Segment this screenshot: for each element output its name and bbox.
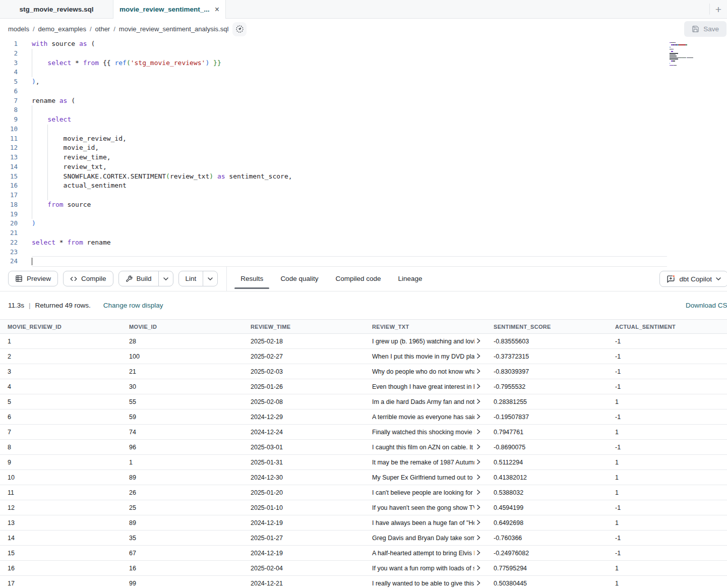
code-line[interactable]: 10 xyxy=(0,125,667,134)
code-line[interactable]: 11 movie_review_id, xyxy=(0,134,667,144)
chevron-right-icon[interactable] xyxy=(476,429,480,435)
code-line[interactable]: 22select * from rename xyxy=(0,238,667,248)
cell-movie-id: 89 xyxy=(122,474,243,481)
compass-icon[interactable] xyxy=(232,22,247,36)
chevron-right-icon[interactable] xyxy=(476,474,480,480)
close-icon[interactable]: × xyxy=(215,6,219,14)
table-row: 4 30 2025-01-26 Even though I have great… xyxy=(0,379,727,394)
code-line[interactable]: 15 SNOWFLAKE.CORTEX.SENTIMENT(review_txt… xyxy=(0,172,667,182)
dbt-copilot-button[interactable]: dbt Copilot xyxy=(659,271,727,287)
indent-guide xyxy=(32,153,32,162)
line-number: 9 xyxy=(0,115,18,125)
code-line[interactable]: 5), xyxy=(0,77,667,87)
cell-movie-id: 1 xyxy=(122,459,243,466)
chevron-right-icon[interactable] xyxy=(476,368,480,374)
tab-movie-review-sentiment[interactable]: movie_review_sentiment_... × xyxy=(113,0,226,19)
chevron-right-icon[interactable] xyxy=(476,444,480,450)
build-split-button: Build xyxy=(118,271,173,286)
code-line[interactable]: 7rename as ( xyxy=(0,96,667,106)
code-line[interactable]: 3 select * from {{ ref('stg_movie_review… xyxy=(0,58,667,68)
cell-actual-sentiment: 1 xyxy=(608,474,727,481)
cell-review-time: 2024-12-24 xyxy=(243,429,365,436)
tab-label: Lineage xyxy=(398,275,422,282)
cell-movie-review-id: 16 xyxy=(0,565,122,572)
code-line[interactable]: 14 review_txt, xyxy=(0,162,667,172)
code-line[interactable]: 2 xyxy=(0,49,667,58)
lint-dropdown-button[interactable] xyxy=(203,271,217,286)
code-line[interactable]: 13 review_time, xyxy=(0,153,667,162)
cell-sentiment-score: -0.83039397 xyxy=(486,368,608,375)
cell-review-txt: Even though I have great interest in Bi… xyxy=(365,383,486,390)
code-line[interactable]: 6 xyxy=(0,87,667,96)
cell-actual-sentiment: 1 xyxy=(608,519,727,526)
toolbar-divider xyxy=(226,266,227,291)
tab-lineage[interactable]: Lineage xyxy=(398,266,422,291)
chevron-right-icon[interactable] xyxy=(476,414,480,420)
code-line[interactable]: 23 xyxy=(0,248,667,257)
chevron-right-icon[interactable] xyxy=(476,383,480,389)
code-line[interactable]: 19 xyxy=(0,210,667,219)
chevron-right-icon[interactable] xyxy=(476,519,480,525)
plus-icon[interactable]: + xyxy=(710,4,727,15)
chevron-right-icon[interactable] xyxy=(476,565,480,571)
code-area[interactable]: 1with source as (23 select * from {{ ref… xyxy=(0,39,667,266)
code-line[interactable]: 9 select xyxy=(0,115,667,125)
cell-review-txt: Im a die hard Dads Army fan and nothi… xyxy=(365,398,486,405)
preview-button[interactable]: Preview xyxy=(8,271,58,286)
cell-movie-review-id: 7 xyxy=(0,429,122,436)
chevron-right-icon[interactable] xyxy=(476,459,480,465)
download-csv-link[interactable]: Download CSV xyxy=(686,302,727,309)
chevron-right-icon[interactable] xyxy=(476,535,480,541)
cell-review-time: 2025-01-20 xyxy=(243,489,365,496)
cell-movie-review-id: 9 xyxy=(0,459,122,466)
code-line[interactable]: 21 xyxy=(0,228,667,238)
rows-returned: Returned 49 rows. xyxy=(35,302,91,309)
preview-label: Preview xyxy=(27,275,51,282)
cell-review-time: 2025-02-03 xyxy=(243,368,365,375)
table-row: 12 25 2025-01-10 If you haven't seen the… xyxy=(0,500,727,515)
editor-minimap[interactable] xyxy=(669,40,706,70)
chevron-down-icon xyxy=(716,277,721,280)
code-line[interactable]: 12 movie_id, xyxy=(0,143,667,153)
cell-movie-review-id: 10 xyxy=(0,474,122,481)
table-row: 15 67 2024-12-19 A half-hearted attempt … xyxy=(0,546,727,561)
build-button[interactable]: Build xyxy=(119,271,158,286)
cell-actual-sentiment: 1 xyxy=(608,459,727,466)
indent-guide xyxy=(32,181,32,191)
code-line[interactable]: 24 xyxy=(0,257,667,266)
chevron-right-icon[interactable] xyxy=(476,580,480,586)
code-line[interactable]: 16 actual_sentiment xyxy=(0,181,667,191)
chevron-right-icon[interactable] xyxy=(476,338,480,344)
cell-sentiment-score: -0.37372315 xyxy=(486,353,608,360)
code-line[interactable]: 8 xyxy=(0,105,667,115)
code-line[interactable]: 20) xyxy=(0,219,667,228)
code-line[interactable]: 4 xyxy=(0,68,667,77)
sql-code-editor[interactable]: 1with source as (23 select * from {{ ref… xyxy=(0,39,727,266)
indent-guide xyxy=(32,115,32,125)
code-line[interactable]: 17 xyxy=(0,191,667,200)
table-row: 9 1 2025-01-31 It may be the remake of 1… xyxy=(0,455,727,470)
cell-review-txt: My Super Ex Girlfriend turned out to b… xyxy=(365,474,486,481)
tab-results[interactable]: Results xyxy=(240,266,263,291)
code-line[interactable]: 1with source as ( xyxy=(0,39,667,49)
chevron-right-icon[interactable] xyxy=(476,353,480,359)
tab-compiled-code[interactable]: Compiled code xyxy=(335,266,381,291)
lint-button[interactable]: Lint xyxy=(179,271,203,286)
chevron-down-icon xyxy=(163,277,168,280)
code-line[interactable]: 18 from source xyxy=(0,200,667,210)
line-number: 23 xyxy=(0,248,18,257)
tab-code-quality[interactable]: Code quality xyxy=(280,266,318,291)
cell-review-time: 2024-12-19 xyxy=(243,550,365,557)
compile-button[interactable]: Compile xyxy=(63,271,113,286)
indent-guide xyxy=(32,162,32,172)
save-button[interactable]: Save xyxy=(684,21,726,37)
chevron-right-icon[interactable] xyxy=(476,550,480,556)
cell-sentiment-score: -0.7955532 xyxy=(486,383,608,390)
cell-sentiment-score: -0.83555603 xyxy=(486,338,608,345)
chevron-right-icon[interactable] xyxy=(476,398,480,404)
chevron-right-icon[interactable] xyxy=(476,504,480,510)
change-row-display-link[interactable]: Change row display xyxy=(103,302,163,309)
build-dropdown-button[interactable] xyxy=(158,271,173,286)
tab-stg-movie-reviews[interactable]: stg_movie_reviews.sql xyxy=(0,0,113,18)
chevron-right-icon[interactable] xyxy=(476,489,480,495)
